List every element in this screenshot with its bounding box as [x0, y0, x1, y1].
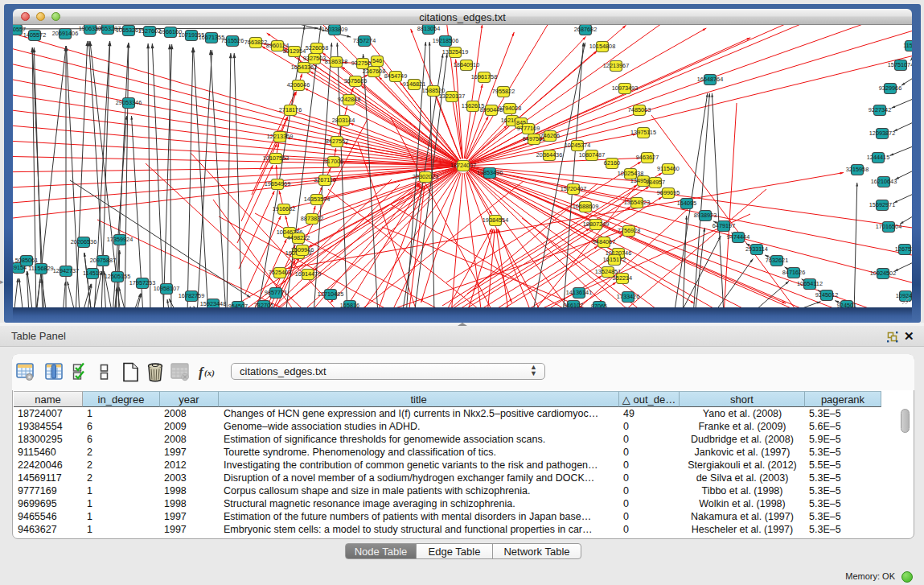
svg-text:9329966: 9329966 [879, 84, 901, 92]
svg-text:16033809: 16033809 [322, 26, 347, 33]
svg-text:12942737: 12942737 [53, 267, 79, 274]
svg-text:10924502: 10924502 [870, 270, 896, 277]
svg-text:5226058: 5226058 [306, 44, 328, 51]
svg-text:12213369: 12213369 [267, 133, 293, 140]
svg-text:18640910: 18640910 [454, 61, 479, 68]
svg-text:23302023: 23302023 [413, 173, 438, 180]
svg-text:4498222: 4498222 [287, 234, 310, 241]
svg-text:917006: 917006 [324, 158, 343, 165]
svg-text:8427552: 8427552 [326, 138, 348, 145]
svg-text:13975115: 13975115 [630, 129, 656, 136]
svg-text:8454749: 8454749 [384, 72, 407, 80]
svg-text:984957: 984957 [646, 179, 665, 186]
svg-text:15923448: 15923448 [200, 300, 226, 307]
svg-text:10807487: 10807487 [579, 151, 605, 159]
svg-text:13710485: 13710485 [318, 290, 343, 298]
svg-text:1244415: 1244415 [867, 154, 889, 161]
svg-text:11510: 11510 [903, 42, 912, 49]
svg-text:62160: 62160 [604, 159, 620, 167]
svg-text:13654923: 13654923 [624, 199, 650, 206]
svg-text:15692971: 15692971 [869, 201, 895, 208]
svg-text:7625402: 7625402 [269, 269, 291, 276]
svg-text:9327508: 9327508 [351, 60, 374, 67]
svg-text:8873832: 8873832 [301, 215, 323, 222]
svg-text:4206046: 4206046 [287, 81, 310, 89]
svg-text:9245012: 9245012 [815, 291, 838, 299]
svg-text:3675685: 3675685 [344, 77, 367, 84]
svg-text:2803144: 2803144 [332, 117, 355, 124]
svg-text:1527602: 1527602 [138, 27, 161, 35]
svg-text:12505155: 12505155 [105, 273, 130, 280]
svg-text:(x): (x) [204, 368, 215, 378]
svg-text:14136141: 14136141 [566, 289, 592, 296]
svg-text:1588520: 1588520 [422, 87, 445, 94]
svg-text:3215958: 3215958 [846, 166, 869, 173]
svg-text:1405572: 1405572 [23, 31, 46, 39]
svg-text:7756928: 7756928 [618, 227, 640, 234]
svg-text:13853496: 13853496 [477, 169, 503, 176]
svg-text:10958107: 10958107 [154, 285, 179, 292]
svg-text:3267110: 3267110 [314, 176, 336, 183]
svg-text:9699695: 9699695 [657, 189, 680, 196]
svg-text:10654112: 10654112 [797, 280, 823, 287]
svg-text:10154808: 10154808 [589, 43, 615, 50]
svg-text:10107553: 10107553 [263, 154, 289, 162]
svg-text:17016504: 17016504 [876, 223, 901, 230]
svg-text:20975887: 20975887 [90, 257, 116, 264]
svg-text:9115460: 9115460 [657, 165, 680, 172]
svg-text:19218506: 19218506 [433, 37, 458, 44]
svg-text:17359924: 17359924 [107, 236, 133, 243]
svg-text:9227342: 9227342 [869, 106, 891, 113]
svg-text:9242848: 9242848 [338, 96, 360, 103]
svg-text:546: 546 [372, 57, 382, 64]
svg-text:114519: 114519 [83, 270, 102, 277]
svg-text:20364436: 20364436 [536, 151, 562, 159]
svg-text:7632621: 7632621 [766, 257, 788, 264]
svg-text:2933114: 2933114 [745, 245, 768, 253]
svg-text:16210643: 16210643 [871, 178, 897, 185]
svg-text:2718176: 2718176 [279, 106, 302, 113]
svg-text:20691406: 20691406 [52, 30, 78, 37]
svg-text:12093872: 12093872 [869, 130, 895, 137]
svg-text:7663822: 7663822 [244, 39, 267, 46]
svg-text:9794028: 9794028 [499, 105, 521, 112]
svg-text:19654969: 19654969 [265, 180, 290, 187]
svg-text:15751074: 15751074 [888, 61, 912, 68]
svg-text:17957253: 17957253 [129, 279, 155, 286]
svg-text:19384554: 19384554 [483, 216, 508, 224]
svg-text:9857771: 9857771 [265, 289, 287, 296]
svg-text:7357274: 7357274 [353, 37, 376, 44]
svg-text:165816: 165816 [340, 302, 359, 308]
svg-text:13325419: 13325419 [442, 48, 468, 56]
svg-text:9327503: 9327503 [303, 55, 326, 62]
svg-text:16648764: 16648764 [697, 76, 723, 83]
svg-text:9484067: 9484067 [593, 238, 615, 245]
svg-text:15720407: 15720407 [561, 185, 586, 192]
svg-text:10245374: 10245374 [565, 142, 590, 149]
svg-text:8912954: 8912954 [283, 47, 306, 55]
svg-text:2687682: 2687682 [574, 26, 597, 33]
svg-text:1609946: 1609946 [291, 246, 314, 253]
svg-text:164095: 164095 [677, 200, 696, 207]
svg-text:746266: 746266 [540, 132, 560, 139]
svg-text:18807249: 18807249 [583, 220, 609, 228]
svg-text:2367608: 2367608 [363, 68, 385, 75]
svg-text:946107: 946107 [564, 302, 583, 308]
svg-text:10688609: 10688609 [573, 203, 598, 210]
svg-text:10973493: 10973493 [612, 84, 638, 92]
svg-text:7955822: 7955822 [492, 88, 515, 95]
svg-text:1615172: 1615172 [603, 256, 626, 263]
svg-text:18724007: 18724007 [450, 162, 476, 169]
svg-text:20206536: 20206536 [71, 238, 97, 245]
svg-text:9777169: 9777169 [517, 125, 540, 132]
svg-text:252214: 252214 [613, 274, 632, 282]
svg-text:9474444: 9474444 [727, 233, 749, 241]
svg-text:8186328: 8186328 [325, 58, 347, 65]
svg-text:29053346: 29053346 [116, 99, 142, 106]
svg-text:8471626: 8471626 [782, 269, 805, 276]
svg-text:732705: 732705 [254, 302, 273, 308]
svg-text:5085061: 5085061 [15, 257, 38, 264]
svg-text:9463627: 9463627 [636, 154, 659, 161]
svg-text:1916682: 1916682 [273, 205, 295, 212]
svg-text:1733426: 1733426 [617, 293, 639, 300]
